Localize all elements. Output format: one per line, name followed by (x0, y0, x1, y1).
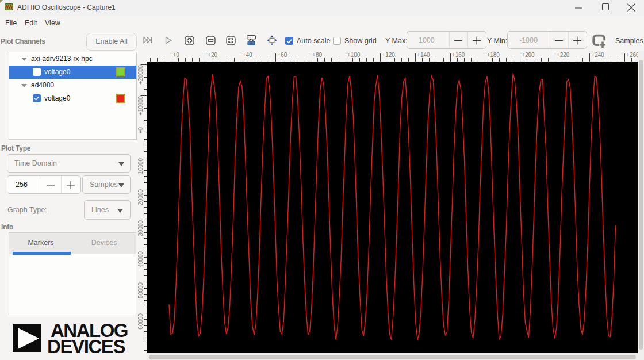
svg-text:+140: +140 (417, 52, 430, 58)
svg-text:+220: +220 (557, 52, 570, 58)
svg-text:+80: +80 (312, 52, 322, 58)
svg-text:+40: +40 (243, 52, 252, 58)
svg-text:+200: +200 (522, 52, 535, 58)
svg-text:+60: +60 (277, 52, 287, 58)
svg-text:+120: +120 (382, 52, 395, 58)
svg-text:+20: +20 (208, 52, 217, 58)
svg-text:+160: +160 (452, 52, 465, 58)
svg-text:+100: +100 (347, 52, 361, 58)
svg-text:+240: +240 (591, 52, 604, 58)
svg-text:+0: +0 (172, 52, 179, 58)
svg-text:+180: +180 (486, 52, 500, 58)
svg-text:+260: +260 (626, 52, 638, 58)
